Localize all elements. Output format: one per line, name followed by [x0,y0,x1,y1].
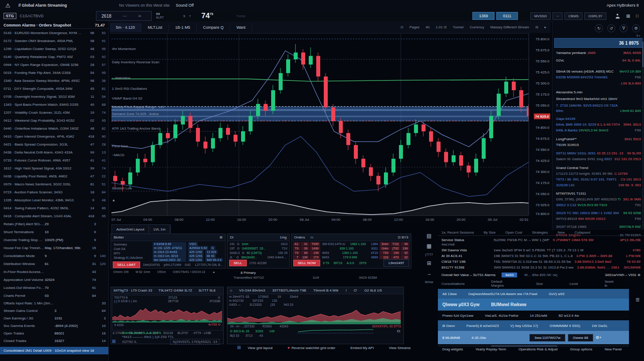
dl-row[interactable]: 191G1mm [230,242,267,246]
stat-row[interactable]: Closed Trades1632714 [0,337,108,345]
watchlist-row[interactable]: 0015 · Funding Rate Flip Alert, 344A G3S… [0,69,108,77]
blotter-table-row[interactable]: m 1913 1m .9219429 129366 93 [153,254,225,258]
stat-row[interactable]: Offsets Input Rate: 1 Min (Smart/Gg Apps… [0,300,108,307]
chart-toolbar-button[interactable]: 1B-1 M5 [169,23,197,32]
watchlist-row[interactable]: 0979 · Macro News Sentiment, 3G02 33SL81… [0,180,108,188]
depth-row[interactable]: 94931392 1.1934T19 [322,251,378,255]
chart-toolbar-item[interactable]: ▸ [544,25,546,29]
news-row[interactable]: MT99T9V91 T1911 [556,191,641,196]
positions-col-header[interactable]: 3wwb lb [605,280,614,288]
sound-toggle[interactable]: Sound Off [176,3,194,8]
positions-col-header[interactable]: Default Margins [491,280,509,288]
dl-row[interactable]: 3x92L3G92 (134T3) [230,251,267,255]
dl-row[interactable]: 19TGG4939392T .33 , [230,246,267,251]
chart-toolbar-item[interactable]: Tunnel [453,25,464,29]
mini-icon-1[interactable]: 9 [183,14,185,18]
watchlist-row[interactable]: 0416 · Composite Alert Stream, 1G43 43AL… [0,212,108,220]
watchlist-row[interactable]: 1343 · Spot Basis Premium Watch, EM43 2G… [0,100,108,108]
footer-link[interactable]: View Streams [389,346,410,350]
blue-table-row[interactable]: Prwwv lUd Gyv1wwVwLwS. 4U1w FwKw14 251/w… [438,311,629,320]
news-row[interactable]: 64mL 8M9 3999 19 .5229 8.1-3-49-T9T4 —39… [556,122,641,127]
position-row[interactable]: At 39 AC6.4119B 3WW73 31 5W 33 C.C 31 5W… [441,254,640,258]
positions-header-item[interactable]: Collapsed [575,230,590,234]
news-row[interactable]: Yamasha yembank :AMS3M2L 69S5 [556,50,641,55]
liquidate-button[interactable]: L9mG49T [383,259,409,267]
watchlist-row[interactable]: 1335 · Absorption Level Monitor, 43ML 94… [0,196,108,204]
news-row[interactable]: Streamlined 9m3 MarketVol vm1 16mV [556,96,641,101]
watchlist-row[interactable]: 1612 · High Yield Spread Signal, 43A 33G… [0,164,108,172]
watchlist-row[interactable]: 0711 · DXY Strength Composite, 49SA 34W4… [0,84,108,92]
positions-col-header[interactable]: Size [536,282,543,286]
blue-table-row[interactable]: A8 13wwGwj/wwvMwwSU7A UA Awwm ww /7A Fww… [438,289,629,299]
window2-icon[interactable]: ⊞ [427,260,431,266]
blue-action-button[interactable]: 1369 [472,12,494,20]
news-row[interactable]: 39129 TC 99C 19913 39M / 1 1V9Z 39499 93… [556,211,641,215]
blue-row-button[interactable]: Gwww 88 [568,334,593,342]
watchlist-row[interactable]: 0994 · NY Open Range Expansion, GM48 325… [0,61,108,69]
watchlist-row[interactable]: 0733 · Futures Curve Rollover, 49ML 4957… [0,156,108,164]
blue-table-row[interactable]: $ ML8MM84-32-Glw3ww.1197WG7wGwww 88⚙+ [438,331,629,344]
candlestick-chart[interactable] [110,33,529,215]
blotter-table-row[interactable]: m 1914 23 4m93429 129213 929 [153,250,225,254]
watchlist-row[interactable]: 0723 · Auction Failure Scanner, 343G1884 [0,188,108,196]
watchlist-row[interactable]: 0705 · Overnight Inventory Signal, 32G2 … [0,92,108,100]
news-row[interactable]: 319199 L91199 59. 9. 993 [556,183,641,188]
tickvolume-chart-1[interactable] [112,303,222,323]
news-row[interactable]: L99 3L9-899 [556,81,641,86]
time-axis[interactable]: 07 Jul04:0008:0012:0016:0020:0008 Jul04:… [111,215,529,223]
positions-header-item[interactable]: 1a. Recent Sessions [441,230,474,234]
footer-link[interactable]: View grid layout [248,346,272,350]
news-row[interactable]: Salem 91 Gastums 3V91 1mg S9219 1.91912 … [556,157,641,161]
watchlist-row[interactable]: 0436 · Liquidity Pool Retest, 4M3L 4M024… [0,172,108,180]
blotter-expand-icon[interactable]: ⊞ [219,235,222,239]
footer-link[interactable]: ♥Reverse watchlist grid order [288,346,335,350]
settings-row[interactable]: Locked-Out Window Format7091 [0,284,108,292]
orders-corner-icon[interactable]: ⊡ BY3 [398,235,408,239]
news-row[interactable]: Alexandria 5-min [556,90,641,95]
bottom-tab[interactable]: ActiveGrid Layout [112,226,149,233]
position-row[interactable]: Service Status4wLVw85U29W. FW1B PC M. – … [441,238,640,247]
news-row[interactable]: 7. 2733 19AV99- 52V5 69S23 O9 732A [556,103,641,108]
settings-row[interactable]: House Fee Cap ThresholdMay, 172/handled,… [0,244,108,252]
depth-row[interactable]: 639 1.1939311 [322,246,378,251]
watchlist-row[interactable]: 0412 · Weekend Gap Probability, 3G43 4G5… [0,116,108,124]
summary-chip[interactable]: 4w93 [502,273,517,277]
settings-row[interactable]: Retain (Filter) Alert 501-E M06 602293 [0,220,108,228]
blotter-table-row[interactable]: # 64/08 8.69V921 [153,242,225,246]
footer-link[interactable]: Embed My API [350,346,374,350]
chart-toolbar-item[interactable]: Massey Different Stream [490,25,529,29]
hamburger-icon[interactable]: ☰ [636,297,640,302]
blue-row-button[interactable]: 3ww.1197WG7w [529,334,565,342]
stat-row[interactable]: Stream Gains Control364 [0,307,108,315]
blue-table-row[interactable]: Qlwww µ0X3 GywBUMwwl Rwkww [438,299,629,311]
chart-toolbar-item[interactable]: ⊟ [535,25,538,29]
settings-row[interactable]: Consolidation Mode99140 [0,252,108,260]
refresh-icon[interactable]: ↻ [595,24,603,32]
stat-row[interactable]: Own Earnings / 3G10313 [0,315,108,322]
sell-now-button[interactable]: SELL NOW [293,260,320,266]
news-row[interactable]: 39197 9T118 19M33997/9L9 99Z [556,224,641,229]
watchlist-row[interactable]: 1207 · Volatility Crush Scanner, 31ZL 43… [0,108,108,116]
chart-toolbar-button[interactable]: MLT.List [142,23,169,32]
settings-row[interactable]: Distribution Window6131120 [0,260,108,268]
history-icon[interactable]: ↺ [607,24,615,32]
news-header-bar[interactable]: 36 1 8975 [554,38,643,48]
news-row[interactable]: T9199 319915 [556,142,641,147]
blue-table-row[interactable]: 8l GwvvFwvwS) 8 w2wG4Z3V) 4wy USSw 17)G9… [438,320,629,331]
watchlist-row[interactable]: 1540 · Asia Session Sweep Monitor, 4PML … [0,77,108,84]
news-row[interactable]: S9T11 M99V 1911L 9291 43 35.13 291 -1999… [556,151,641,156]
watchlist-row[interactable]: 0143 · EURUSD Momentum Divergence, NYM 7… [0,29,108,37]
news-row[interactable]: 69m.L9m9 61 849 [556,108,641,113]
chart-toolbar-item[interactable]: 1.01 ⊡ [436,25,447,29]
watchlist-row[interactable]: 0414 · Swing Failure Pattern, 4G52 9M3L1… [0,204,108,212]
grid-icon[interactable]: ▦ [426,243,431,249]
settings-row[interactable]: Override Trailing Stop Mode10025 (PM)9 [0,236,108,244]
minichart1-corner-icon[interactable]: ⊞ [112,339,115,344]
footer-link[interactable]: New Panel [605,347,622,351]
stepper-minus-icon[interactable]: — [123,14,127,18]
news-row[interactable]: Grand Central Trend [556,165,641,170]
filter-icon[interactable]: ∇ [620,24,628,32]
chart-toolbar-item[interactable]: O [400,25,403,29]
news-row[interactable]: 79T3 / 99. 991. 9191/ 9:97 191. T99T1C9 … [556,177,641,182]
watchlist-row[interactable]: 0410 · Open Interest Divergence, 4P4L 43… [0,132,108,140]
